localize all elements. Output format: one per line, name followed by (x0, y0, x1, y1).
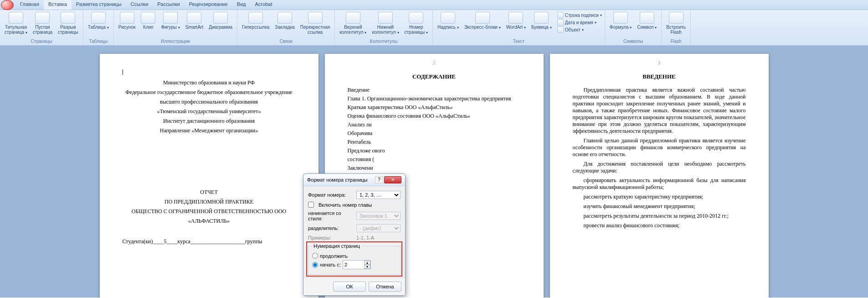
group-label-колонтитулы: Колонтитулы (338, 38, 430, 44)
tab-рассылки[interactable]: Рассылки (153, 0, 184, 10)
ribbon-буквица[interactable]: Буквица ▾ (529, 11, 554, 31)
ribbon-диаграмма[interactable]: Диаграмма (207, 11, 234, 31)
ribbon-объект[interactable]: Объект ▾ (557, 26, 602, 33)
tab-разметка-страницы[interactable]: Разметка страницы (72, 0, 126, 10)
буквица-icon (534, 12, 549, 24)
ribbon-формула[interactable]: Формула ▾ (608, 11, 634, 31)
номер-icon (409, 12, 423, 24)
toc-entry: Оценка финансового состояния ООО «АльфаС… (348, 113, 521, 120)
ribbon-клип[interactable]: Клип (139, 11, 157, 31)
ribbon-титульная-страница[interactable]: Титульнаястраница ▾ (3, 11, 29, 36)
continue-radio[interactable] (312, 253, 318, 259)
ribbon-надпись[interactable]: Надпись ▾ (436, 11, 461, 31)
wordart-icon (508, 12, 523, 24)
гиперссылка-icon (248, 12, 263, 24)
фигуры-icon (163, 12, 178, 24)
group-label-связи: Связи (240, 38, 332, 44)
нижний-icon (378, 12, 393, 24)
tab-ссылки[interactable]: Ссылки (126, 0, 153, 10)
cancel-button[interactable]: Отмена (369, 282, 401, 292)
tab-главная[interactable]: Главная (15, 0, 44, 10)
ribbon-рисунок[interactable]: Рисунок (117, 11, 138, 31)
toc-entry: Глава 1. Организационно-экономическая ха… (348, 95, 521, 102)
toc-entry: Введение (348, 87, 521, 94)
встроить-icon (669, 12, 683, 24)
intro-title: ВВЕДЕНИЕ (573, 73, 746, 80)
numbering-legend: Нумерация страниц (312, 243, 361, 249)
page-number-format-dialog: Формат номера страницы ? ✕ Формат номера… (303, 173, 406, 296)
format-label: Формат номера: (308, 192, 354, 198)
ribbon-пустая-страница[interactable]: Пустаястраница (31, 11, 54, 36)
document-page-1: Министерство образования и науки РФФедер… (100, 54, 318, 298)
group-label-таблицы: Таблицы (86, 38, 111, 44)
ribbon-wordart[interactable]: WordArt ▾ (504, 11, 528, 31)
ribbon-smartart[interactable]: SmartArt (184, 11, 205, 31)
рисунок-icon (120, 12, 134, 24)
document-page-3: 3 ВВЕДЕНИЕ Преддипломная практика являет… (550, 54, 769, 298)
разрыв-icon (61, 12, 75, 24)
ribbon-таблица[interactable]: Таблица ▾ (86, 11, 111, 31)
верхний-icon (346, 12, 360, 24)
ribbon-символ[interactable]: Символ ▾ (635, 11, 658, 31)
tab-вид[interactable]: Вид (232, 0, 251, 10)
титульная-icon (9, 12, 23, 24)
start-at-label: начать с: (320, 262, 341, 267)
надпись-icon (441, 12, 455, 24)
dialog-help-button[interactable]: ? (375, 176, 383, 183)
separator-select: - (дефис) (356, 224, 401, 232)
ribbon-экспресс-блоки[interactable]: Экспресс-блоки ▾ (462, 11, 503, 31)
starts-with-style-label: начинается со стиля: (308, 210, 354, 221)
ribbon-фигуры[interactable]: Фигуры ▾ (159, 11, 181, 31)
toc-entry: Оборачива (348, 130, 521, 137)
examples-label: Примеры: (308, 235, 354, 240)
tab-вставка[interactable]: Вставка (44, 0, 72, 10)
ribbon-гиперссылка[interactable]: Гиперссылка (240, 11, 271, 31)
chapter-style-select: Заголовок 1 (356, 212, 401, 220)
ribbon-закладка[interactable]: Закладка (273, 11, 296, 31)
ribbon-номер-страницы[interactable]: Номерстраницы ▾ (403, 11, 430, 36)
закладка-icon (277, 12, 292, 24)
spin-down-button[interactable]: ▼ (364, 265, 370, 269)
start-at-radio[interactable] (312, 262, 318, 268)
toc-entry: Предложе ового (348, 147, 521, 154)
group-label-flash: Flash (664, 38, 688, 44)
ribbon-встроить-flash[interactable]: ВстроитьFlash (664, 11, 688, 36)
пустая-icon (35, 12, 50, 24)
диаграмма-icon (213, 12, 228, 24)
group-label-иллюстрации: Иллюстрации (117, 38, 234, 44)
tab-acrobat[interactable]: Acrobat (251, 0, 277, 10)
office-button[interactable] (1, 0, 14, 10)
group-label-текст: Текст (436, 38, 602, 44)
перекрестная-icon (308, 12, 323, 24)
toc-entry: Анализ ли (348, 121, 521, 128)
таблица-icon (91, 12, 106, 24)
toc-entry: Краткая характеристика ООО «АльфаСтиль» (348, 104, 521, 111)
include-chapter-checkbox[interactable] (308, 202, 314, 208)
examples-value: 1-1, 1-A (356, 235, 374, 240)
student-line: Студента(ки)____5____курса______________… (123, 238, 296, 245)
toc-entry: Рентабель (348, 139, 521, 146)
ribbon-разрыв-страницы[interactable]: Разрывстраницы (56, 11, 80, 36)
start-at-input[interactable] (343, 261, 364, 269)
клип-icon (141, 12, 155, 24)
group-label-страницы: Страницы (3, 38, 80, 44)
spin-up-button[interactable]: ▲ (364, 261, 370, 265)
number-format-select[interactable]: 1, 2, 3, … (356, 191, 401, 199)
continue-label: продолжить (320, 253, 348, 259)
ok-button[interactable]: ОК (333, 282, 366, 292)
символ-icon (640, 12, 654, 24)
ribbon-перекрестная-ссылка[interactable]: Перекрестнаяссылка (298, 11, 332, 36)
toc-entry: Заключени (348, 165, 521, 172)
smartart-icon (187, 12, 201, 24)
ribbon-дата-и-время[interactable]: Дата и время ▾ (557, 19, 602, 26)
ribbon-верхний-колонтитул[interactable]: Верхнийколонтитул ▾ (338, 11, 368, 36)
tab-рецензирование[interactable]: Рецензирование (185, 0, 232, 10)
page-numbering-fieldset: Нумерация страниц продолжить начать с: ▲… (308, 243, 401, 275)
dialog-title: Формат номера страницы (307, 177, 368, 183)
toc-title: СОДЕРЖАНИЕ (348, 73, 521, 80)
toc-entry: состояния ( (348, 156, 521, 163)
ribbon-строка-подписи[interactable]: Строка подписи ▾ (557, 12, 602, 18)
ribbon-нижний-колонтитул[interactable]: Нижнийколонтитул ▾ (370, 11, 401, 36)
dialog-close-button[interactable]: ✕ (384, 176, 401, 183)
separator-label: разделитель: (308, 225, 354, 231)
